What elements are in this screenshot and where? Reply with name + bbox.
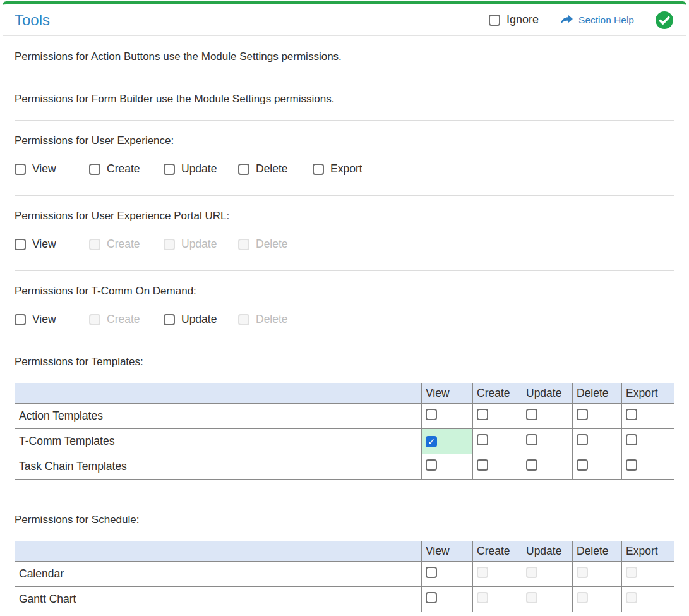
update-checkbox[interactable] bbox=[526, 459, 537, 471]
permission-option-update: Update bbox=[164, 313, 238, 326]
export-checkbox[interactable] bbox=[626, 434, 637, 445]
section-user-experience-portal-url: Permissions for User Experience Portal U… bbox=[3, 196, 686, 270]
create-checkbox[interactable] bbox=[477, 434, 488, 445]
table-row-action-templates: Action Templates bbox=[15, 404, 674, 429]
note-action-buttons: Permissions for Action Buttons use the M… bbox=[3, 36, 686, 78]
table-row-task-chain-templates: Task Chain Templates bbox=[15, 454, 674, 480]
section-heading: Permissions for User Experience: bbox=[15, 135, 674, 147]
create-checkbox[interactable] bbox=[477, 409, 488, 420]
delete-checkbox bbox=[577, 592, 588, 603]
cell-update bbox=[522, 454, 573, 480]
checkbox-label: Delete bbox=[256, 313, 288, 326]
permission-checkbox-row: View Create Update Delete Export bbox=[15, 162, 674, 176]
schedule-permissions-table: View Create Update Delete Export Calenda… bbox=[15, 541, 674, 612]
cell-view bbox=[422, 429, 473, 454]
delete-checkbox[interactable] bbox=[577, 434, 588, 445]
cell-delete bbox=[573, 587, 622, 612]
view-checkbox[interactable] bbox=[15, 164, 26, 175]
tools-section-panel: Tools Ignore Section Help bbox=[3, 1, 686, 616]
checkbox-label: Delete bbox=[256, 238, 288, 251]
view-checkbox[interactable] bbox=[426, 567, 437, 578]
checkbox-label: Update bbox=[181, 313, 217, 326]
cell-update bbox=[522, 587, 573, 612]
header-actions: Ignore Section Help bbox=[489, 11, 673, 29]
section-heading: Permissions for T-Comm On Demand: bbox=[15, 285, 674, 298]
view-checkbox[interactable] bbox=[426, 436, 437, 447]
table-row-tcomm-templates: T-Comm Templates bbox=[15, 429, 674, 454]
update-checkbox bbox=[526, 592, 537, 603]
row-label: Gantt Chart bbox=[15, 587, 422, 612]
cell-view bbox=[422, 562, 473, 587]
delete-checkbox bbox=[238, 314, 249, 325]
view-checkbox[interactable] bbox=[426, 459, 437, 471]
column-header-view: View bbox=[422, 383, 473, 404]
table-corner-cell bbox=[15, 383, 422, 404]
section-help-link[interactable]: Section Help bbox=[560, 15, 634, 26]
checkbox-label: Create bbox=[107, 238, 140, 251]
checkbox-label: Export bbox=[330, 162, 362, 176]
panel-header: Tools Ignore Section Help bbox=[3, 4, 686, 36]
checkbox-label: Delete bbox=[256, 162, 288, 176]
forward-arrow-icon bbox=[560, 15, 573, 25]
permission-option-view: View bbox=[15, 238, 89, 251]
ignore-checkbox[interactable] bbox=[489, 15, 500, 26]
cell-view bbox=[422, 587, 473, 612]
cell-delete bbox=[573, 429, 622, 454]
view-checkbox[interactable] bbox=[15, 314, 26, 325]
cell-delete bbox=[573, 404, 622, 429]
update-checkbox[interactable] bbox=[164, 164, 175, 175]
create-checkbox bbox=[89, 239, 100, 250]
cell-create bbox=[473, 587, 522, 612]
section-schedule: Permissions for Schedule: View Create Up… bbox=[3, 504, 686, 616]
cell-export bbox=[622, 454, 674, 480]
checkbox-label: Update bbox=[181, 162, 217, 176]
permission-checkbox-row: View Create Update Delete bbox=[15, 313, 674, 326]
note-form-builder: Permissions for Form Builder use the Mod… bbox=[3, 78, 686, 120]
cell-delete bbox=[573, 454, 622, 480]
column-header-create: Create bbox=[473, 541, 522, 562]
view-checkbox[interactable] bbox=[15, 239, 26, 250]
permission-option-delete: Delete bbox=[238, 313, 313, 326]
export-checkbox bbox=[626, 592, 637, 603]
update-checkbox[interactable] bbox=[164, 314, 175, 325]
update-checkbox[interactable] bbox=[526, 409, 537, 420]
delete-checkbox bbox=[577, 567, 588, 578]
table-header-row: View Create Update Delete Export bbox=[15, 541, 674, 562]
table-header-row: View Create Update Delete Export bbox=[15, 383, 674, 404]
section-heading: Permissions for Schedule: bbox=[15, 514, 674, 526]
row-label: Calendar bbox=[15, 562, 422, 587]
create-checkbox[interactable] bbox=[89, 164, 100, 175]
permission-checkbox-row: View Create Update Delete bbox=[15, 238, 674, 251]
checkbox-label: Update bbox=[181, 238, 217, 251]
column-header-update: Update bbox=[522, 383, 573, 404]
permission-option-update: Update bbox=[164, 162, 238, 176]
view-checkbox[interactable] bbox=[426, 592, 437, 603]
update-checkbox[interactable] bbox=[526, 434, 537, 445]
permission-option-view: View bbox=[15, 313, 89, 326]
delete-checkbox[interactable] bbox=[577, 409, 588, 420]
cell-export bbox=[622, 587, 674, 612]
permission-option-create: Create bbox=[89, 238, 164, 251]
table-row-calendar: Calendar bbox=[15, 562, 674, 587]
section-heading: Permissions for Templates: bbox=[15, 356, 674, 368]
cell-update bbox=[522, 429, 573, 454]
delete-checkbox[interactable] bbox=[577, 459, 588, 471]
permission-option-view: View bbox=[15, 162, 89, 176]
create-checkbox bbox=[477, 567, 488, 578]
templates-permissions-table: View Create Update Delete Export Action … bbox=[15, 383, 674, 480]
view-checkbox[interactable] bbox=[426, 409, 437, 420]
table-corner-cell bbox=[15, 541, 422, 562]
cell-export bbox=[622, 429, 674, 454]
export-checkbox[interactable] bbox=[626, 409, 637, 420]
checkbox-label: View bbox=[32, 162, 56, 176]
cell-view bbox=[422, 404, 473, 429]
export-checkbox[interactable] bbox=[313, 164, 324, 175]
column-header-create: Create bbox=[473, 383, 522, 404]
create-checkbox[interactable] bbox=[477, 459, 488, 471]
cell-create bbox=[473, 429, 522, 454]
cell-export bbox=[622, 404, 674, 429]
update-checkbox bbox=[526, 567, 537, 578]
export-checkbox[interactable] bbox=[626, 459, 637, 471]
table-row-gantt-chart: Gantt Chart bbox=[15, 587, 674, 612]
delete-checkbox[interactable] bbox=[238, 164, 249, 175]
